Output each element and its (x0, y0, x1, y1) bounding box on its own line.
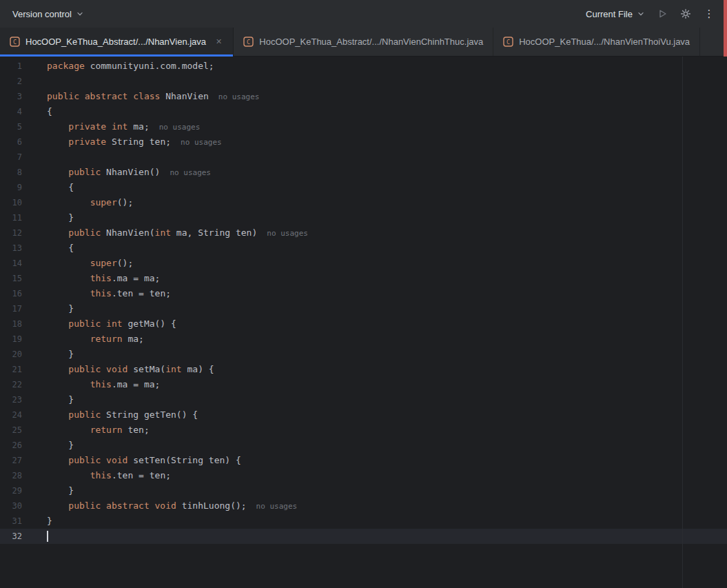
code-line[interactable]: 15 this.ma = ma; (0, 271, 727, 286)
code-line[interactable]: 6 private String ten;no usages (0, 134, 727, 150)
line-number[interactable]: 20 (0, 347, 22, 362)
line-number[interactable]: 5 (0, 119, 22, 134)
code-line-text: { (47, 104, 52, 119)
line-number[interactable]: 18 (0, 316, 22, 332)
line-number[interactable]: 15 (0, 271, 22, 286)
inlay-hint-no-usages[interactable]: no usages (159, 123, 201, 132)
code-line[interactable]: 2 (0, 74, 727, 89)
code-line-text: package communityuni.com.model; (47, 59, 214, 74)
code-line-text: private int ma;no usages (47, 119, 200, 134)
run-button[interactable] (653, 4, 672, 23)
code-line[interactable]: 1package communityuni.com.model; (0, 59, 727, 74)
code-line-text: public int getMa() { (47, 316, 176, 332)
tab-close-icon[interactable]: ✕ (214, 36, 223, 48)
inlay-hint-no-usages[interactable]: no usages (267, 229, 308, 238)
code-line[interactable]: 12 public NhanVien(int ma, String ten)no… (0, 225, 727, 241)
line-number[interactable]: 28 (0, 468, 22, 483)
chevron-down-icon (636, 9, 646, 19)
line-number[interactable]: 10 (0, 195, 22, 210)
inlay-hint-no-usages[interactable]: no usages (218, 92, 260, 101)
line-number[interactable]: 13 (0, 241, 22, 256)
code-line[interactable]: 10 super(); (0, 195, 727, 210)
code-line[interactable]: 22 this.ma = ma; (0, 377, 727, 392)
line-number[interactable]: 25 (0, 423, 22, 438)
code-line[interactable]: 24 public String getTen() { (0, 407, 727, 423)
line-number[interactable]: 21 (0, 362, 22, 377)
editor-tab[interactable]: C HocOOP_KeThua_Abstract/.../NhanVienChi… (234, 28, 493, 56)
line-number[interactable]: 27 (0, 453, 22, 468)
code-line[interactable]: 18 public int getMa() { (0, 316, 727, 332)
code-line-text: public void setTen(String ten) { (47, 453, 241, 468)
code-line[interactable]: 27 public void setTen(String ten) { (0, 453, 727, 468)
line-number[interactable]: 8 (0, 165, 22, 180)
code-line[interactable]: 13 { (0, 241, 727, 256)
line-number[interactable]: 14 (0, 256, 22, 271)
line-number[interactable]: 3 (0, 89, 22, 104)
code-line[interactable]: 5 private int ma;no usages (0, 119, 727, 134)
code-line[interactable]: 31} (0, 514, 727, 529)
code-line[interactable]: 3public abstract class NhanVienno usages (0, 89, 727, 104)
line-number[interactable]: 32 (0, 529, 22, 544)
code-line[interactable]: 20 } (0, 347, 727, 362)
svg-text:C: C (13, 39, 17, 45)
code-line[interactable]: 7 (0, 150, 727, 165)
code-line-text: } (47, 210, 74, 225)
inlay-hint-no-usages[interactable]: no usages (256, 502, 298, 511)
code-line-text: this.ma = ma; (47, 377, 160, 392)
line-number[interactable]: 7 (0, 150, 22, 165)
code-line-text: public abstract class NhanVienno usages (47, 89, 259, 104)
code-line-text: } (47, 301, 74, 316)
screen-edge-accent (724, 0, 727, 57)
code-line[interactable]: 14 super(); (0, 256, 727, 271)
code-line[interactable]: 8 public NhanVien()no usages (0, 165, 727, 180)
line-number[interactable]: 22 (0, 377, 22, 392)
code-line[interactable]: 9 { (0, 180, 727, 195)
line-number[interactable]: 16 (0, 286, 22, 301)
line-number[interactable]: 9 (0, 180, 22, 195)
line-number[interactable]: 11 (0, 210, 22, 225)
editor-tab[interactable]: C HocOOP_KeThua_Abstract/.../NhanVien.ja… (0, 28, 234, 56)
line-number[interactable]: 26 (0, 438, 22, 453)
line-number[interactable]: 17 (0, 301, 22, 316)
code-editor[interactable]: 1package communityuni.com.model;23public… (0, 57, 727, 588)
code-line-text: public NhanVien()no usages (47, 165, 211, 180)
code-line[interactable]: 29 } (0, 483, 727, 498)
line-number[interactable]: 19 (0, 332, 22, 347)
code-line-text: private String ten;no usages (47, 134, 222, 150)
code-line[interactable]: 32 (0, 529, 727, 544)
line-number[interactable]: 29 (0, 483, 22, 498)
kebab-menu-icon: ⋮ (704, 8, 715, 20)
inlay-hint-no-usages[interactable]: no usages (181, 138, 222, 147)
code-line[interactable]: 26 } (0, 438, 727, 453)
code-line[interactable]: 25 return ten; (0, 423, 727, 438)
more-actions-button[interactable]: ⋮ (699, 4, 719, 23)
code-line[interactable]: 11 } (0, 210, 727, 225)
code-line-text: public void setMa(int ma) { (47, 362, 214, 377)
editor-tab[interactable]: C HocOOP_KeThua/.../NhanVienThoiVu.java (493, 28, 700, 56)
line-number[interactable]: 12 (0, 225, 22, 241)
code-line[interactable]: 16 this.ten = ten; (0, 286, 727, 301)
line-number[interactable]: 31 (0, 514, 22, 529)
code-line[interactable]: 23 } (0, 392, 727, 407)
inlay-hint-no-usages[interactable]: no usages (170, 168, 211, 177)
line-number[interactable]: 30 (0, 498, 22, 514)
line-number[interactable]: 1 (0, 59, 22, 74)
code-line[interactable]: 4{ (0, 104, 727, 119)
code-line[interactable]: 17 } (0, 301, 727, 316)
tab-label: HocOOP_KeThua_Abstract/.../NhanVien.java (25, 37, 206, 47)
line-number[interactable]: 6 (0, 134, 22, 150)
code-line[interactable]: 19 return ma; (0, 332, 727, 347)
code-line[interactable]: 28 this.ten = ten; (0, 468, 727, 483)
line-number[interactable]: 2 (0, 74, 22, 89)
version-control-widget[interactable]: Version control (10, 6, 88, 22)
code-line[interactable]: 21 public void setMa(int ma) { (0, 362, 727, 377)
line-number[interactable]: 4 (0, 104, 22, 119)
code-line-text: return ten; (47, 423, 150, 438)
run-configuration-widget[interactable]: Current File (583, 6, 648, 22)
code-line-text (47, 529, 48, 544)
code-line[interactable]: 30 public abstract void tinhLuong();no u… (0, 498, 727, 514)
line-number[interactable]: 23 (0, 392, 22, 407)
settings-button[interactable] (676, 4, 695, 23)
line-number[interactable]: 24 (0, 407, 22, 423)
tab-label: HocOOP_KeThua/.../NhanVienThoiVu.java (519, 37, 690, 47)
